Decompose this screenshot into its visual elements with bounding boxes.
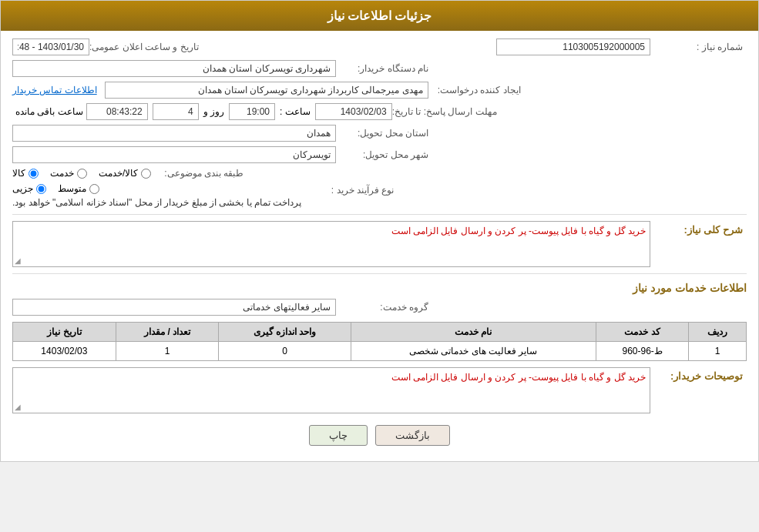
category-kala-text: کالا	[12, 168, 25, 179]
purchase-type-motavaset-radio[interactable]	[89, 184, 99, 194]
announce-label: تاریخ و ساعت اعلان عمومی:	[89, 42, 199, 52]
city-label: شهر محل تحویل:	[336, 149, 428, 160]
category-kala-khadamat-label[interactable]: کالا/خدمت	[99, 168, 151, 179]
cell-name: سایر فعالیت های خدماتی شخصی	[351, 342, 596, 361]
buyer-desc-row: توصیحات خریدار: خرید گل و گیاه با فایل پ…	[12, 367, 747, 413]
service-group-input[interactable]	[12, 299, 336, 316]
cell-quantity: 1	[116, 342, 219, 361]
description-wrapper: خرید گل و گیاه با فایل پیوست- پر کردن و …	[12, 221, 650, 267]
purchase-type-motavaset-label[interactable]: متوسط	[58, 183, 99, 194]
back-button[interactable]: بازگشت	[375, 425, 450, 446]
buyer-desc-wrapper: خرید گل و گیاه با فایل پیوست- پر کردن و …	[12, 367, 650, 413]
purchase-type-label: نوع فرآیند خرید :	[301, 185, 394, 196]
description-text: خرید گل و گیاه با فایل پیوست- پر کردن و …	[391, 226, 646, 236]
purchase-type-row: نوع فرآیند خرید : متوسط جزیی پرداخت تمام…	[12, 183, 747, 208]
print-button[interactable]: چاپ	[309, 425, 368, 446]
table-header: ردیف کد خدمت نام خدمت واحد اندازه گیری ت…	[13, 323, 747, 342]
purchase-type-radio-group: متوسط جزیی	[12, 183, 99, 194]
deadline-remaining-label: ساعت باقی مانده	[15, 106, 83, 117]
bottom-buttons: بازگشت چاپ	[12, 425, 747, 446]
province-label: استان محل تحویل:	[336, 128, 428, 139]
buyer-name-row: نام دستگاه خریدار:	[12, 60, 747, 77]
purchase-type-note: پرداخت تمام یا بخشی از مبلغ خریدار از مح…	[12, 197, 301, 208]
header-title: جزئیات اطلاعات نیاز	[327, 9, 432, 22]
page-wrapper: جزئیات اطلاعات نیاز شماره نیاز : تاریخ و…	[0, 0, 759, 462]
separator-1	[12, 214, 747, 215]
content-area: شماره نیاز : تاریخ و ساعت اعلان عمومی: ن…	[1, 31, 758, 461]
deadline-time-label: ساعت :	[280, 106, 311, 117]
desc-resize-icon: ◢	[15, 256, 21, 265]
deadline-row: مهلت ارسال پاسخ: تا تاریخ: ساعت : روز و …	[12, 103, 747, 120]
service-group-label: گروه خدمت:	[336, 302, 428, 313]
services-section-title: اطلاعات خدمات مورد نیاز	[12, 282, 747, 294]
buyer-desc-label: توصیحات خریدار:	[650, 370, 743, 382]
service-group-row: گروه خدمت:	[12, 299, 747, 316]
buyer-desc-resize-icon: ◢	[15, 403, 21, 411]
category-label: طبقه بندی موضوعی:	[151, 168, 243, 179]
need-number-label: شماره نیاز :	[650, 42, 743, 52]
category-radio-group: کالا/خدمت خدمت کالا	[12, 168, 151, 179]
deadline-days-input[interactable]	[153, 103, 199, 120]
creator-label: ایجاد کننده درخواست:	[428, 85, 521, 95]
category-kala-khadamat-radio[interactable]	[141, 169, 151, 179]
col-date: تاریخ نیاز	[13, 323, 116, 342]
category-khadamat-label[interactable]: خدمت	[50, 168, 87, 179]
header-bar: جزئیات اطلاعات نیاز	[1, 1, 758, 31]
province-input[interactable]	[12, 125, 336, 142]
table-header-row: ردیف کد خدمت نام خدمت واحد اندازه گیری ت…	[13, 323, 747, 342]
table-row: 1 ط-96-960 سایر فعالیت های خدماتی شخصی 0…	[13, 342, 747, 361]
need-number-row: شماره نیاز : تاریخ و ساعت اعلان عمومی:	[12, 38, 747, 55]
buyer-name-input[interactable]	[12, 60, 336, 77]
description-box[interactable]: خرید گل و گیاه با فایل پیوست- پر کردن و …	[12, 221, 650, 267]
purchase-type-motavaset-text: متوسط	[58, 183, 86, 194]
category-row: طبقه بندی موضوعی: کالا/خدمت خدمت کالا	[12, 168, 747, 179]
deadline-label: مهلت ارسال پاسخ: تا تاریخ:	[392, 106, 497, 117]
announce-input[interactable]	[12, 38, 89, 55]
col-name: نام خدمت	[351, 323, 596, 342]
separator-2	[12, 273, 747, 274]
buyer-name-label: نام دستگاه خریدار:	[336, 63, 428, 74]
category-khadamat-radio[interactable]	[77, 169, 87, 179]
col-row: ردیف	[689, 323, 747, 342]
deadline-days-label: روز و	[203, 106, 224, 117]
deadline-time-input[interactable]	[229, 103, 275, 120]
city-row: شهر محل تحویل:	[12, 146, 747, 163]
deadline-remaining-input[interactable]	[86, 103, 148, 120]
cell-code: ط-96-960	[596, 342, 688, 361]
deadline-date-input[interactable]	[315, 103, 392, 120]
cell-date: 1403/02/03	[13, 342, 116, 361]
services-table: ردیف کد خدمت نام خدمت واحد اندازه گیری ت…	[12, 322, 747, 361]
cell-row: 1	[689, 342, 747, 361]
purchase-type-jozvi-text: جزیی	[12, 183, 33, 194]
buyer-desc-box[interactable]: خرید گل و گیاه با فایل پیوست- پر کردن و …	[12, 367, 650, 413]
purchase-type-jozvi-label[interactable]: جزیی	[12, 183, 46, 194]
cell-unit: 0	[219, 342, 351, 361]
category-khadamat-text: خدمت	[50, 168, 74, 179]
purchase-type-jozvi-radio[interactable]	[36, 184, 46, 194]
category-kala-label[interactable]: کالا	[12, 168, 39, 179]
province-row: استان محل تحویل:	[12, 125, 747, 142]
col-code: کد خدمت	[596, 323, 688, 342]
category-kala-khadamat-text: کالا/خدمت	[99, 168, 138, 179]
description-row: شرح کلی نیاز: خرید گل و گیاه با فایل پیو…	[12, 221, 747, 267]
creator-row: ایجاد کننده درخواست: اطلاعات تماس خریدار	[12, 82, 747, 99]
need-number-input[interactable]	[496, 38, 650, 55]
creator-link[interactable]: اطلاعات تماس خریدار	[12, 85, 97, 95]
buyer-desc-text: خرید گل و گیاه با فایل پیوست- پر کردن و …	[391, 372, 646, 383]
description-section-label: شرح کلی نیاز:	[650, 224, 743, 236]
table-body: 1 ط-96-960 سایر فعالیت های خدماتی شخصی 0…	[13, 342, 747, 361]
col-unit: واحد اندازه گیری	[219, 323, 351, 342]
creator-input[interactable]	[105, 82, 428, 99]
col-quantity: تعداد / مقدار	[116, 323, 219, 342]
city-input[interactable]	[12, 146, 336, 163]
category-kala-radio[interactable]	[29, 169, 39, 179]
